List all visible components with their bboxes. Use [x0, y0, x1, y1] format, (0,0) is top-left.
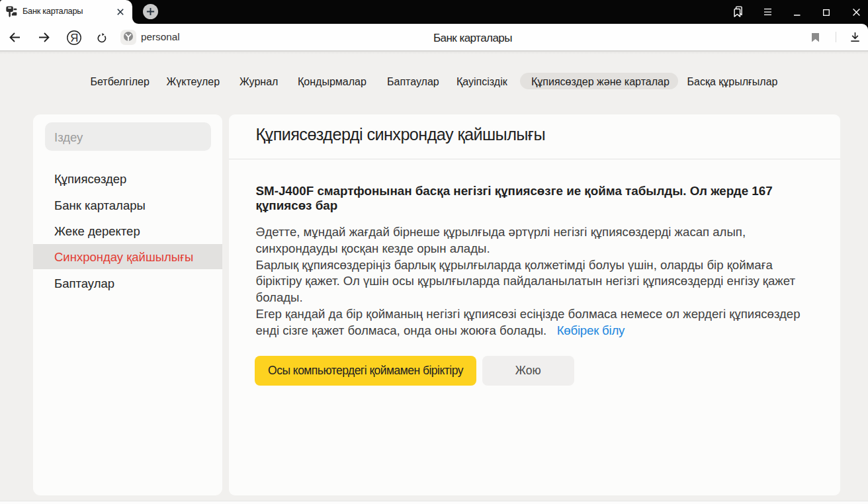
svg-text:Я: Я	[70, 32, 78, 44]
